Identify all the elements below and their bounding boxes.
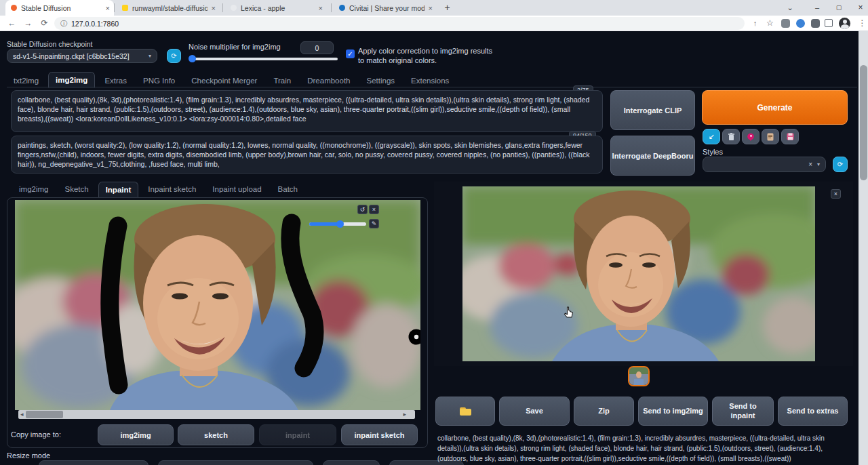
refresh-checkpoints-button[interactable]: ⟳ bbox=[167, 49, 181, 63]
resize-mode-label: Resize mode bbox=[7, 451, 50, 460]
scroll-right-icon[interactable]: ▸ bbox=[403, 410, 406, 419]
interrogate-clip-button[interactable]: Interrogate CLIP bbox=[610, 90, 695, 130]
page-scrollbar[interactable] bbox=[859, 31, 868, 465]
brush-icon[interactable]: ✎ bbox=[369, 219, 379, 228]
tab-checkpoint-merger[interactable]: Checkpoint Merger bbox=[184, 73, 264, 88]
browser-tab-stable-diffusion[interactable]: Stable Diffusion × bbox=[5, 0, 114, 16]
tab-img2img[interactable]: img2img bbox=[48, 72, 95, 88]
resize-mode-option[interactable] bbox=[158, 460, 313, 465]
tab-extensions[interactable]: Extensions bbox=[404, 73, 456, 88]
chevron-down-icon: ▾ bbox=[817, 161, 820, 167]
save-button[interactable]: Save bbox=[499, 397, 570, 426]
tab-txt2img[interactable]: txt2img bbox=[7, 73, 45, 88]
window-close-button[interactable]: × bbox=[850, 0, 868, 16]
copy-to-img2img-button[interactable]: img2img bbox=[98, 424, 174, 445]
tab-divider bbox=[222, 3, 223, 12]
tab-settings[interactable]: Settings bbox=[360, 73, 402, 88]
tab-close-icon[interactable]: × bbox=[319, 4, 323, 12]
tab-search-icon[interactable]: ⌄ bbox=[780, 0, 800, 16]
tab-title: runwayml/stable-diffusion-inpa bbox=[132, 4, 208, 12]
tab-train[interactable]: Train bbox=[267, 73, 298, 88]
profile-avatar[interactable] bbox=[839, 18, 850, 29]
reload-icon[interactable]: ⟳ bbox=[38, 17, 51, 30]
tab-title: Stable Diffusion bbox=[21, 4, 102, 12]
tab-close-icon[interactable]: × bbox=[429, 4, 433, 12]
copy-to-inpaint-button[interactable]: inpaint bbox=[259, 424, 336, 445]
close-result-icon[interactable]: × bbox=[831, 189, 841, 199]
generate-button[interactable]: Generate bbox=[702, 90, 848, 125]
undo-icon[interactable]: ↺ bbox=[357, 205, 368, 214]
side-panel-icon[interactable] bbox=[825, 19, 833, 27]
resize-mode-option[interactable] bbox=[39, 460, 149, 465]
thumbnail-image bbox=[629, 367, 648, 385]
clear-image-icon[interactable]: × bbox=[369, 205, 379, 214]
subtab-sketch[interactable]: Sketch bbox=[58, 182, 95, 198]
tab-dreambooth[interactable]: Dreambooth bbox=[300, 73, 357, 88]
main-tab-bar: txt2img img2img Extras PNG Info Checkpoi… bbox=[7, 72, 456, 88]
extensions-puzzle-icon[interactable] bbox=[811, 19, 820, 28]
zip-button[interactable]: Zip bbox=[574, 397, 634, 426]
color-correction-checkbox[interactable]: ✓ bbox=[346, 49, 355, 58]
canvas-hscroll-thumb[interactable] bbox=[26, 411, 63, 418]
window-minimize-button[interactable]: – bbox=[807, 0, 827, 16]
noise-multiplier-value[interactable]: 0 bbox=[300, 41, 334, 54]
checkpoint-dropdown[interactable]: sd-v1-5-inpainting.ckpt [c6bbc15e32] ▾ bbox=[7, 49, 157, 63]
noise-slider-handle[interactable] bbox=[189, 55, 196, 62]
share-icon[interactable]: ↑ bbox=[749, 17, 762, 30]
window-maximize-button[interactable]: ▢ bbox=[829, 0, 849, 16]
tab-extras[interactable]: Extras bbox=[98, 73, 134, 88]
open-folder-button[interactable] bbox=[435, 397, 495, 426]
canvas-hscrollbar[interactable]: ◂ ▸ bbox=[18, 410, 415, 419]
subtab-inpaint-upload[interactable]: Inpaint upload bbox=[205, 182, 268, 198]
noise-multiplier-slider[interactable] bbox=[190, 58, 338, 60]
subtab-inpaint-sketch[interactable]: Inpaint sketch bbox=[141, 182, 203, 198]
subtab-img2img[interactable]: img2img bbox=[12, 182, 55, 198]
styles-label: Styles bbox=[703, 148, 723, 156]
result-image[interactable] bbox=[462, 186, 815, 361]
subtab-inpaint[interactable]: Inpaint bbox=[98, 182, 139, 198]
address-bar[interactable]: ⓘ 127.0.0.1:7860 bbox=[54, 17, 745, 30]
noise-multiplier-label: Noise multiplier for img2img bbox=[189, 43, 281, 51]
interrogate-deepbooru-button[interactable]: Interrogate DeepBooru bbox=[610, 136, 695, 176]
inpaint-canvas[interactable] bbox=[15, 200, 420, 410]
tab-close-icon[interactable]: × bbox=[212, 4, 216, 12]
gallery-thumbnail[interactable] bbox=[628, 366, 650, 386]
extension-blue-icon[interactable] bbox=[796, 19, 805, 28]
browser-tab-lexica[interactable]: Lexica - apple × bbox=[225, 0, 327, 16]
browser-tab-runwayml[interactable]: runwayml/stable-diffusion-inpa × bbox=[117, 0, 220, 16]
negative-prompt-input[interactable]: paintings, sketch, (worst quality:2), (l… bbox=[11, 136, 603, 174]
new-tab-button[interactable]: + bbox=[441, 1, 454, 14]
send-to-inpaint-button[interactable]: Send to inpaint bbox=[712, 397, 774, 426]
bookmark-star-icon[interactable]: ☆ bbox=[764, 17, 776, 30]
forward-icon[interactable]: → bbox=[22, 17, 35, 30]
save-style-button[interactable] bbox=[781, 129, 799, 144]
tab-png-info[interactable]: PNG Info bbox=[136, 73, 182, 88]
brush-slider-handle[interactable] bbox=[336, 220, 344, 228]
apply-style-button[interactable] bbox=[762, 129, 779, 144]
browser-menu-icon[interactable]: ⋮ bbox=[856, 17, 868, 30]
checkpoint-label: Stable Diffusion checkpoint bbox=[7, 40, 92, 48]
send-to-img2img-button[interactable]: Send to img2img bbox=[638, 397, 708, 426]
extension-grid-icon[interactable] bbox=[781, 19, 790, 28]
styles-dropdown[interactable]: × ▾ bbox=[703, 157, 826, 172]
resize-mode-option[interactable] bbox=[323, 460, 380, 465]
browser-tab-civitai[interactable]: Civitai | Share your models × bbox=[334, 0, 437, 16]
tab-close-icon[interactable]: × bbox=[106, 4, 110, 12]
clear-prompt-button[interactable] bbox=[722, 129, 740, 144]
subtab-batch[interactable]: Batch bbox=[271, 182, 304, 198]
site-info-icon[interactable]: ⓘ bbox=[60, 19, 67, 28]
clear-styles-icon[interactable]: × bbox=[808, 161, 812, 168]
send-to-extras-button[interactable]: Send to extras bbox=[778, 397, 848, 426]
paste-params-button[interactable]: ↙ bbox=[703, 129, 720, 144]
chevron-down-icon: ▾ bbox=[149, 53, 151, 59]
page-scrollbar-thumb[interactable] bbox=[860, 65, 867, 180]
civitai-favicon bbox=[339, 5, 345, 11]
scroll-left-icon[interactable]: ◂ bbox=[20, 410, 24, 419]
generated-photo bbox=[462, 186, 815, 361]
refresh-styles-button[interactable]: ⟳ bbox=[833, 157, 848, 172]
copy-to-inpaint-sketch-button[interactable]: inpaint sketch bbox=[341, 424, 418, 445]
copy-to-sketch-button[interactable]: sketch bbox=[178, 424, 254, 445]
extra-networks-button[interactable] bbox=[742, 129, 760, 144]
back-icon[interactable]: ← bbox=[5, 17, 18, 30]
prompt-input[interactable]: collarbone, (best quality),(8k, 3d),(pho… bbox=[11, 90, 603, 132]
